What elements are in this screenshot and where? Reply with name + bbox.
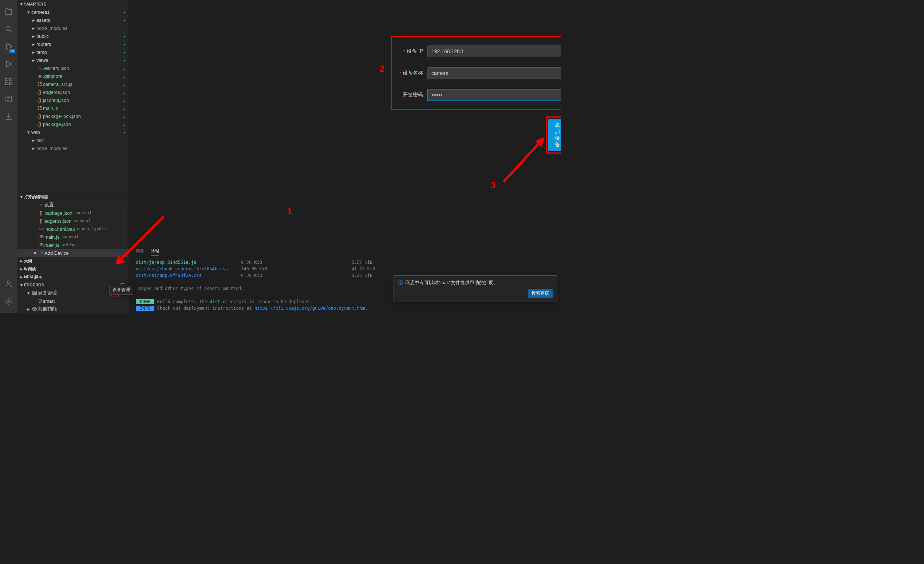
settings-gear-icon[interactable]: [0, 293, 18, 310]
search-store-button[interactable]: 搜索商店: [528, 289, 553, 298]
required-star: *: [404, 49, 405, 54]
editor-label: main.js: [44, 234, 59, 240]
chevron-down-icon: ▾: [20, 283, 22, 287]
git-status: [123, 42, 126, 46]
explorer-root-header[interactable]: ▾ SMARTEYE: [18, 0, 129, 8]
tree-item[interactable]: {}jsconfig.jsonU: [18, 96, 129, 104]
editor-path: camera1: [75, 210, 92, 215]
open-editors-list: ≡设置{}package.jsoncamera1U{}edgeros.jsonc…: [18, 201, 129, 257]
tree-item[interactable]: ▸views: [18, 56, 129, 64]
source-control-icon[interactable]: 73: [0, 38, 18, 55]
tree-item[interactable]: ▾camera1: [18, 8, 129, 16]
tree-item[interactable]: ▸assets: [18, 16, 129, 24]
tree-item[interactable]: ▾web: [18, 128, 129, 136]
open-editor-item[interactable]: ≡设置: [18, 201, 129, 209]
open-editor-item[interactable]: {}package.jsoncamera1U: [18, 209, 129, 217]
sidebar: ▾ SMARTEYE ▾camera1▸assets▸node_modules▸…: [18, 0, 129, 313]
file-icon: {}: [36, 121, 43, 127]
file-icon: ◎: [36, 66, 43, 70]
git-status: [123, 33, 126, 39]
git-status: U: [122, 90, 126, 94]
tree-item[interactable]: ▸temp: [18, 48, 129, 56]
tree-item[interactable]: JScamera_src.jsU: [18, 80, 129, 88]
tree-item-label: node_modules: [36, 25, 68, 31]
search-icon[interactable]: [0, 20, 18, 38]
chevron-right-icon: ▸: [31, 42, 36, 47]
tree-item-label: temp: [36, 49, 47, 55]
svg-point-9: [7, 281, 10, 284]
open-editor-item[interactable]: <>index.html.bakcamera1/publicU: [18, 225, 129, 233]
accounts-icon[interactable]: [0, 275, 18, 293]
library-icon[interactable]: [0, 90, 18, 108]
tree-item[interactable]: JSmain.jsU: [18, 104, 129, 112]
file-icon: JS: [38, 234, 44, 239]
file-icon: {}: [36, 90, 43, 94]
file-icon: {}: [38, 210, 44, 215]
add-button-highlight: 添加设备: [546, 117, 561, 154]
tab-terminal[interactable]: 终端: [151, 248, 159, 256]
file-icon: JS: [36, 81, 43, 87]
tree-item[interactable]: ▸node_modules: [18, 144, 129, 152]
svg-point-1: [6, 44, 7, 45]
editor-path: camera1: [62, 234, 79, 239]
git-status: U: [122, 106, 126, 111]
tree-item-label: routers: [36, 42, 51, 47]
edgeros-other[interactable]: ▸ 其他功能: [18, 305, 129, 313]
tree-item[interactable]: ▸routers: [18, 40, 129, 48]
run-debug-icon[interactable]: [0, 55, 18, 73]
tree-item-label: node_modules: [36, 145, 68, 151]
git-status: [123, 130, 126, 135]
open-editors-header[interactable]: ▾ 打开的编辑器: [18, 193, 129, 201]
npm-scripts-header[interactable]: ▸ NPM 脚本: [18, 273, 129, 281]
tree-item-label: jsconfig.json: [43, 97, 69, 103]
root-label: SMARTEYE: [24, 2, 46, 6]
device-ip-input[interactable]: [428, 45, 561, 57]
scm-badge: 73: [9, 49, 15, 53]
explorer-icon[interactable]: [0, 3, 18, 20]
tree-item-label: package-lock.json: [43, 114, 81, 119]
svg-rect-7: [9, 82, 12, 85]
edgeros-device-item[interactable]: smart: [18, 297, 129, 305]
device-name-input[interactable]: [428, 67, 561, 79]
git-status: [123, 18, 126, 22]
tree-item[interactable]: ◆.gitignoreU: [18, 72, 129, 80]
chevron-down-icon: ▾: [20, 194, 22, 199]
timeline-header[interactable]: ▸ 时间线: [18, 265, 129, 273]
extensions-icon[interactable]: [0, 73, 18, 90]
svg-rect-6: [6, 82, 8, 85]
tree-item[interactable]: {}package-lock.jsonU: [18, 112, 129, 120]
add-device-button[interactable]: 添加设备: [548, 119, 561, 151]
editor-area: * 设备 IP * 设备名称 开发密码 添加设备 2 3 1: [129, 0, 561, 245]
git-status: [123, 49, 126, 55]
chevron-down-icon: ▾: [26, 290, 31, 296]
tree-item[interactable]: ◎.eslintrc.jsonU: [18, 64, 129, 72]
chevron-right-icon: ▸: [31, 18, 36, 23]
open-editor-item[interactable]: ✕⊕Add Device: [18, 249, 129, 257]
cube-icon: [31, 307, 38, 311]
chevron-right-icon: ▸: [31, 33, 36, 39]
tree-item[interactable]: {}edgeros.jsonU: [18, 88, 129, 96]
editor-path: camera1/public: [77, 226, 106, 232]
annotation-2: 2: [380, 64, 384, 74]
tab-problems[interactable]: 问题: [136, 248, 144, 256]
tree-item[interactable]: ▸public: [18, 32, 129, 40]
tree-item-label: views: [36, 57, 48, 63]
open-editor-item[interactable]: JSmain.jsweb/srcU: [18, 241, 129, 249]
dev-password-input[interactable]: [428, 89, 561, 101]
open-editor-item[interactable]: {}edgeros.jsoncamera1U: [18, 217, 129, 225]
tree-item-label: edgeros.json: [43, 90, 70, 95]
tree-item[interactable]: ▸dist: [18, 136, 129, 144]
download-icon[interactable]: [0, 108, 18, 125]
tree-item-label: main.js: [43, 106, 58, 111]
chevron-right-icon: ▸: [31, 57, 36, 63]
tree-item[interactable]: {}package.jsonU: [18, 120, 129, 128]
file-icon: ◆: [36, 73, 43, 79]
close-icon[interactable]: ✕: [32, 250, 38, 256]
tree-item[interactable]: ▸node_modules: [18, 24, 129, 32]
outline-header[interactable]: ▸ 大纲: [18, 257, 129, 265]
chevron-right-icon: ▸: [20, 275, 22, 280]
open-editor-item[interactable]: JSmain.jscamera1U: [18, 233, 129, 241]
chevron-down-icon: ▾: [20, 2, 22, 6]
chevron-right-icon: ▸: [31, 145, 36, 151]
chevron-down-icon: ▾: [26, 130, 31, 135]
